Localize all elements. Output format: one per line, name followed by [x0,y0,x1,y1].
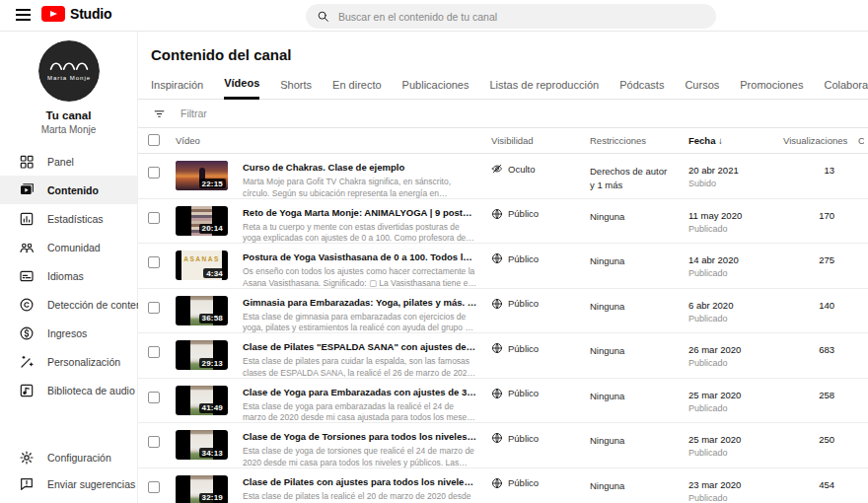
tab-colaboraciones[interactable]: Colaboraciones [824,79,868,99]
video-title[interactable]: Clase de Pilates "ESPALDA SANA" con ajus… [243,341,477,352]
table-row[interactable]: ASANAS 4:34 Postura de Yoga Vasisthasana… [138,244,868,289]
sidebar-item-contenido[interactable]: Contenido [0,176,137,204]
menu-icon[interactable] [16,9,31,22]
video-thumbnail[interactable]: 34:13 [176,430,228,460]
sidebar-item-panel[interactable]: Panel [0,147,137,176]
restrictions-label: Ninguna [590,289,688,314]
video-duration: 36:58 [199,314,226,323]
video-thumbnail[interactable]: 41:49 [176,386,228,415]
channel-profile[interactable]: Marta Monje Tu canal Marta Monje [0,32,137,135]
feedback-icon [19,476,35,492]
tab-listas-de-reproduccion[interactable]: Listas de reproducción [489,79,599,99]
sidebar-nav: Panel Contenido Estadísticas Comunidad I… [0,147,137,404]
video-thumbnail[interactable]: 29:13 [176,340,228,370]
video-title[interactable]: Postura de Yoga Vasisthasana de 0 a 100.… [243,252,477,262]
video-thumbnail[interactable]: ASANAS 4:34 [176,251,228,280]
page-title: Contenido del canal [138,32,868,63]
filter-bar[interactable] [138,100,868,128]
sidebar-item-label: Configuración [47,452,111,464]
sidebar-item-estadisticas[interactable]: Estadísticas [0,204,137,233]
tab-videos[interactable]: Vídeos [224,77,259,100]
video-title[interactable]: Clase de Yoga para Embarazadas con ajust… [243,387,477,397]
tab-en-directo[interactable]: En directo [332,79,382,99]
select-all-checkbox[interactable] [148,134,160,146]
channel-avatar[interactable]: Marta Monje [38,40,100,102]
video-description: Reta a tu cuerpo y mente con estas diver… [243,222,477,246]
visibility-label: Público [508,298,539,309]
row-checkbox[interactable] [148,436,160,448]
tab-shorts[interactable]: Shorts [280,79,312,99]
row-checkbox[interactable] [148,167,160,179]
table-row[interactable]: 32:19 Clase de Pilates con ajustes para … [138,468,868,503]
date-value: 6 abr 2020 [688,300,783,311]
table-row[interactable]: 20:14 Reto de Yoga Marta Monje: ANIMALYO… [138,199,868,245]
sidebar-item-enviar-sugerencias[interactable]: Enviar sugerencias [0,470,137,497]
video-title[interactable]: Gimnasia para Embarazadas: Yoga, pilates… [243,297,477,308]
sidebar-footer: Configuración Enviar sugerencias [0,444,137,503]
globe-icon [491,432,503,444]
sidebar-item-ingresos[interactable]: Ingresos [0,319,137,347]
restrictions-label: Ninguna [590,199,688,224]
video-thumbnail[interactable]: 36:58 [176,296,228,325]
video-duration: 41:49 [199,403,226,413]
video-title[interactable]: Clase de Pilates con ajustes para todos … [243,476,477,487]
search-input[interactable] [338,11,664,23]
row-checkbox[interactable] [148,212,160,224]
sidebar-item-configuracion[interactable]: Configuración [0,444,137,470]
sidebar-item-biblioteca-de-audio[interactable]: Biblioteca de audio [0,376,137,404]
youtube-studio-logo[interactable]: Studio [41,6,111,22]
channel-owner: Marta Monje [0,124,137,135]
sidebar-item-personalizacion[interactable]: Personalización [0,347,137,376]
column-views: Visualizaciones [783,135,858,146]
date-cell: 25 mar 2020 Publicado [688,379,783,413]
column-date-sort[interactable]: Fecha ↓ [688,135,783,146]
views-count: 13 [783,154,858,176]
globe-icon [491,477,503,489]
date-cell: 6 abr 2020 Publicado [688,289,783,323]
video-thumbnail[interactable]: 20:14 [176,206,228,236]
table-row[interactable]: 34:13 Clase de Yoga de Torsiones para to… [138,423,868,468]
sidebar-item-label: Estadísticas [47,213,104,225]
channel-name: Tu canal [0,109,137,121]
tab-promociones[interactable]: Promociones [740,79,803,99]
tab-podcasts[interactable]: Pódcasts [619,79,664,99]
tab-cursos[interactable]: Cursos [685,79,719,99]
brand-text: Studio [70,6,111,22]
search-bar[interactable] [306,4,716,29]
date-value: 25 mar 2020 [688,434,783,445]
row-checkbox[interactable] [148,346,160,358]
sidebar-item-deteccion-de-contenido[interactable]: Detección de contenido [0,290,137,319]
tab-inspiracion[interactable]: Inspiración [151,79,203,99]
table-row[interactable]: 22:15 Curso de Chakras. Clase de ejemplo… [138,154,868,199]
row-checkbox[interactable] [148,256,160,268]
content-icon [19,182,35,198]
sidebar-item-comunidad[interactable]: Comunidad [0,233,137,261]
visibility-off-icon [491,163,503,175]
restrictions-label: Derechos de autor y 1 más [590,154,688,193]
video-title[interactable]: Reto de Yoga Marta Monje: ANIMALYOGA | 9… [243,207,477,218]
column-video: Vídeo [176,135,491,146]
column-restrictions: Restricciones [590,135,688,146]
visibility-label: Público [508,253,539,264]
restrictions-label: Ninguna [590,333,688,358]
video-title[interactable]: Curso de Chakras. Clase de ejemplo [243,162,477,173]
row-checkbox[interactable] [148,302,160,314]
search-icon [317,10,329,23]
filter-input[interactable] [181,108,476,119]
date-cell: 20 abr 2021 Subido [688,154,783,188]
sidebar-item-label: Personalización [47,356,120,368]
table-row[interactable]: 29:13 Clase de Pilates "ESPALDA SANA" co… [138,333,868,379]
video-thumbnail[interactable]: 32:19 [176,475,228,503]
date-cell: 26 mar 2020 Publicado [688,333,783,368]
sidebar-item-idiomas[interactable]: Idiomas [0,261,137,290]
video-thumbnail[interactable]: 22:15 [176,161,228,190]
tab-publicaciones[interactable]: Publicaciones [402,79,470,99]
video-title[interactable]: Clase de Yoga de Torsiones para todos lo… [243,431,477,442]
video-description: Esta clase de pilates la realicé el 20 d… [243,491,477,503]
table-row[interactable]: 41:49 Clase de Yoga para Embarazadas con… [138,379,868,424]
table-row[interactable]: 36:58 Gimnasia para Embarazadas: Yoga, p… [138,289,868,334]
sidebar-item-label: Biblioteca de audio [47,385,135,396]
row-checkbox[interactable] [148,481,160,493]
restrictions-label: Ninguna [590,379,688,403]
row-checkbox[interactable] [148,392,160,403]
